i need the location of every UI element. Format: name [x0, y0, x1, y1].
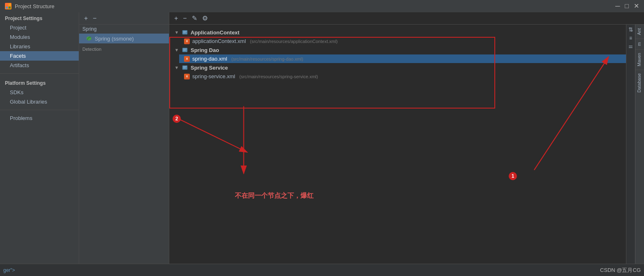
- svg-rect-7: [183, 32, 186, 33]
- spring-service-children: X spring-service.xml (src/main/resources…: [179, 72, 644, 81]
- spring-service-label: Spring Service: [191, 65, 228, 71]
- spring-section-label: Spring: [79, 25, 169, 34]
- spring-dao-xml-label: spring-dao.xml: [192, 56, 227, 62]
- spring-item-label: Spring (ssmone): [95, 36, 134, 42]
- svg-rect-10: [183, 50, 186, 51]
- xml-file-icon-dao: X: [184, 56, 190, 62]
- spring-dao-label: Spring Dao: [191, 47, 219, 53]
- spring-ssmone-item[interactable]: Spring (ssmone): [79, 34, 169, 43]
- app-icon: [5, 3, 11, 9]
- close-btn[interactable]: ✕: [634, 3, 639, 9]
- spring-service-xml-path: (src/main/resources/spring-service.xml): [239, 74, 318, 79]
- project-settings-label: Project Settings: [0, 12, 79, 23]
- sidebar-item-global-libraries[interactable]: Global Libraries: [0, 97, 79, 106]
- expand-icon-service: ▼: [174, 65, 179, 70]
- sidebar-divider-2: [0, 110, 79, 110]
- tree-spring-dao-xml[interactable]: X spring-dao.xml (src/main/resources/spr…: [179, 54, 644, 63]
- detection-label: Detection: [79, 43, 169, 52]
- ant-tab[interactable]: Ant: [635, 25, 644, 38]
- remove-config-btn[interactable]: −: [181, 14, 188, 23]
- spring-dao-children: X spring-dao.xml (src/main/resources/spr…: [179, 54, 644, 63]
- right-toolbar: ⇅ ≡ ⚌: [626, 25, 635, 264]
- app-context-xml-path: (src/main/resources/applicationContext.x…: [250, 39, 338, 44]
- tree-group-spring-service[interactable]: ▼ Spring Service: [169, 63, 644, 72]
- platform-settings-label: Platform Settings: [0, 77, 79, 88]
- database-tab[interactable]: Database: [635, 70, 644, 96]
- remove-facet-btn[interactable]: −: [91, 14, 98, 23]
- maximize-btn[interactable]: □: [625, 3, 629, 9]
- spring-dao-xml-path: (src/main/resources/spring-dao.xml): [231, 57, 303, 61]
- content-area: ▼ ApplicationContext X applicationContex…: [169, 25, 644, 264]
- svg-rect-2: [6, 7, 8, 9]
- tree-group-spring-dao[interactable]: ▼ Spring Dao: [169, 45, 644, 54]
- sidebar-divider: [0, 73, 79, 74]
- svg-rect-3: [9, 7, 11, 9]
- spring-leaf-icon: [86, 35, 92, 42]
- m-tab[interactable]: m: [635, 38, 644, 49]
- svg-rect-6: [183, 31, 187, 32]
- svg-rect-0: [6, 4, 8, 6]
- csdn-label: CSDN @五月CG: [600, 267, 641, 274]
- sidebar-item-artifacts[interactable]: Artifacts: [0, 61, 79, 70]
- facets-toolbar: + −: [79, 12, 169, 25]
- maven-tab[interactable]: Maven: [635, 49, 644, 70]
- group-icon: [182, 29, 188, 36]
- svg-rect-12: [183, 66, 187, 67]
- application-context-children: X applicationContext.xml (src/main/resou…: [179, 37, 644, 45]
- window-title: Project Structure: [15, 3, 55, 9]
- group-icon-service: [182, 64, 188, 71]
- main-content: Project Settings Project Modules Librari…: [0, 12, 644, 264]
- tree-group-application-context[interactable]: ▼ ApplicationContext: [169, 28, 644, 37]
- sidebar-item-project[interactable]: Project: [0, 23, 79, 32]
- bottom-bar: ger"> CSDN @五月CG: [0, 264, 644, 276]
- application-context-label: ApplicationContext: [191, 29, 239, 36]
- sidebar: Project Settings Project Modules Librari…: [0, 12, 79, 264]
- xml-tag-text: ger">: [3, 267, 15, 273]
- svg-rect-13: [183, 68, 186, 68]
- main-tree-panel: + − ✎ ⚙ ▼ ApplicationContext: [169, 12, 644, 264]
- tree-app-context-xml[interactable]: X applicationContext.xml (src/main/resou…: [179, 37, 644, 45]
- spring-service-xml-label: spring-service.xml: [192, 73, 235, 79]
- add-facet-btn[interactable]: +: [82, 14, 89, 23]
- settings-config-btn[interactable]: ⚙: [200, 14, 209, 23]
- sidebar-item-modules[interactable]: Modules: [0, 32, 79, 42]
- minimize-btn[interactable]: ─: [615, 3, 620, 9]
- expand-icon-dao: ▼: [174, 48, 179, 52]
- spring-config-tree: ▼ ApplicationContext X applicationContex…: [169, 25, 644, 264]
- edit-config-btn[interactable]: ✎: [190, 14, 199, 23]
- sidebar-item-libraries[interactable]: Libraries: [0, 42, 79, 51]
- facets-panel: + − Spring Spring (ssmone) Detection: [79, 12, 169, 264]
- filter-btn[interactable]: ⚌: [628, 43, 633, 49]
- title-bar: Project Structure ─ □ ✕: [0, 0, 644, 12]
- sidebar-item-sdks[interactable]: SDKs: [0, 88, 79, 97]
- add-config-btn[interactable]: +: [173, 14, 180, 23]
- window-controls: ─ □ ✕: [615, 3, 639, 9]
- svg-rect-9: [183, 49, 187, 50]
- svg-rect-1: [9, 4, 11, 6]
- expand-icon: ▼: [174, 30, 179, 35]
- xml-file-icon-service: X: [184, 74, 190, 79]
- group-icon-dao: [182, 47, 188, 53]
- title-bar-left: Project Structure: [5, 3, 55, 9]
- sort-btn[interactable]: ⇅: [628, 26, 633, 33]
- sidebar-item-facets[interactable]: Facets: [0, 51, 79, 61]
- sidebar-item-problems[interactable]: Problems: [0, 113, 79, 123]
- collapse-btn[interactable]: ≡: [629, 35, 632, 41]
- right-tabs: Ant m Maven Database: [635, 25, 644, 264]
- tree-spring-service-xml[interactable]: X spring-service.xml (src/main/resources…: [179, 72, 644, 81]
- main-toolbar: + − ✎ ⚙: [169, 12, 644, 25]
- app-context-xml-label: applicationContext.xml: [192, 38, 246, 44]
- xml-file-icon: X: [184, 38, 190, 44]
